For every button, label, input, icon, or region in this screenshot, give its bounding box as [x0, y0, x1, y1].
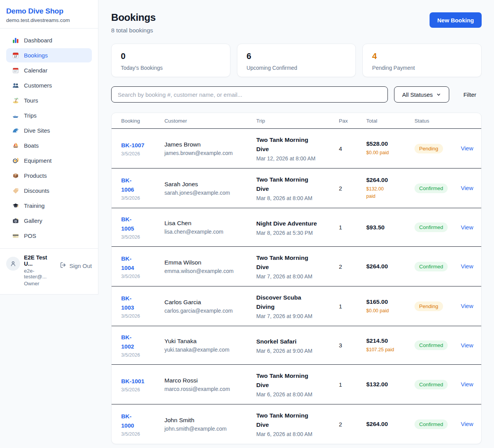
- sidebar-item-tours[interactable]: Tours: [6, 93, 92, 108]
- customer-email: carlos.garcia@example.com: [164, 308, 244, 314]
- table-row: BK- 10003/5/2026John Smithjohn.smith@exa…: [112, 404, 481, 444]
- user-panel: E2E Test U... e2e-tester@... Owner Sign …: [0, 249, 98, 294]
- customer-email: john.smith@example.com: [164, 426, 244, 432]
- customer-name: Carlos Garcia: [164, 299, 244, 306]
- sidebar-item-trips[interactable]: Trips: [6, 108, 92, 123]
- svg-text:17: 17: [14, 55, 17, 58]
- booking-id-link[interactable]: BK- 1002: [121, 333, 134, 351]
- sidebar-item-discounts[interactable]: Discounts: [6, 184, 92, 198]
- booking-date: 3/5/2026: [121, 234, 152, 240]
- total-amount: $93.50: [366, 224, 402, 231]
- sidebar-item-gallery[interactable]: Gallery: [6, 214, 92, 228]
- chevron-down-icon: [436, 91, 441, 98]
- column-header-trip: Trip: [247, 113, 330, 128]
- actions-cell: View: [452, 335, 481, 355]
- view-link[interactable]: View: [461, 185, 473, 191]
- paid-amount: $107.25 paid: [366, 346, 402, 353]
- sidebar-item-boats[interactable]: Boats: [6, 138, 92, 153]
- total-cell: $93.50: [357, 217, 405, 237]
- customer-email: james.brown@example.com: [164, 150, 244, 156]
- booking-id-link[interactable]: BK-1007: [121, 141, 144, 150]
- user-meta: E2E Test U... e2e-tester@... Owner: [24, 254, 56, 286]
- customer-name: Yuki Tanaka: [164, 338, 244, 345]
- trip-cell: Two Tank Morning DiveMar 8, 2026 at 8:00…: [247, 168, 330, 208]
- user-email: e2e-tester@...: [24, 268, 56, 280]
- new-booking-button[interactable]: New Booking: [430, 12, 482, 28]
- booking-id-link[interactable]: BK- 1000: [121, 412, 134, 430]
- status-filter-select[interactable]: All Statuses: [394, 86, 449, 103]
- total-amount: $264.00: [366, 421, 402, 428]
- total-amount: $264.00: [366, 177, 402, 184]
- customer-cell: John Smithjohn.smith@example.com: [155, 410, 247, 438]
- booking-id-link[interactable]: BK- 1005: [121, 215, 134, 233]
- actions-cell: View: [452, 256, 481, 276]
- actions-cell: View: [452, 296, 481, 316]
- status-cell: Confirmed: [405, 216, 452, 239]
- view-link[interactable]: View: [461, 263, 473, 269]
- trip-cell: Snorkel SafariMar 6, 2026 at 9:00 AM: [247, 330, 330, 360]
- trips-icon: [12, 112, 19, 119]
- status-badge: Confirmed: [414, 380, 448, 389]
- total-amount: $264.00: [366, 263, 402, 270]
- sidebar-item-customers[interactable]: Customers: [6, 78, 92, 93]
- actions-cell: View: [452, 414, 481, 434]
- view-link[interactable]: View: [461, 381, 473, 387]
- customer-email: marco.rossi@example.com: [164, 386, 244, 392]
- customer-cell: Emma Wilsonemma.wilson@example.com: [155, 253, 247, 281]
- sidebar-item-label: Bookings: [24, 52, 48, 59]
- trip-datetime: Mar 8, 2026 at 5:30 PM: [256, 230, 327, 236]
- booking-cell: BK- 10043/5/2026: [112, 248, 155, 286]
- stat-label: Today's Bookings: [121, 65, 221, 71]
- sign-out-label: Sign Out: [69, 263, 92, 269]
- view-link[interactable]: View: [461, 145, 473, 152]
- sidebar-item-dive-sites[interactable]: Dive Sites: [6, 123, 92, 138]
- total-cell: $214.50$107.25 paid: [357, 331, 405, 360]
- booking-id-link[interactable]: BK- 1006: [121, 176, 134, 194]
- dashboard-icon: [12, 37, 19, 44]
- trip-name: Two Tank Morning Dive: [256, 135, 327, 154]
- pax-cell: 2: [330, 179, 357, 198]
- sidebar-item-dashboard[interactable]: Dashboard: [6, 33, 92, 47]
- sidebar-item-label: Dive Sites: [24, 127, 50, 134]
- sidebar-item-products[interactable]: Products: [6, 168, 92, 183]
- total-cell: $165.00$0.00 paid: [357, 292, 405, 321]
- products-icon: [12, 172, 19, 179]
- table-row: BK- 10033/5/2026Carlos Garciacarlos.garc…: [112, 286, 481, 326]
- trip-cell: Two Tank Morning DiveMar 7, 2026 at 8:00…: [247, 247, 330, 286]
- search-input[interactable]: [111, 86, 388, 103]
- sidebar-item-label: Dashboard: [24, 37, 52, 44]
- booking-id-link[interactable]: BK- 1004: [121, 254, 134, 273]
- sign-out-icon: [60, 262, 66, 269]
- booking-id-link[interactable]: BK-1001: [121, 377, 144, 386]
- trip-name: Two Tank Morning Dive: [256, 371, 327, 390]
- stat-value: 4: [372, 51, 472, 61]
- status-cell: Pending: [405, 137, 452, 160]
- sign-out-button[interactable]: Sign Out: [60, 262, 92, 269]
- person-icon: [10, 260, 17, 267]
- table-row: BK- 10063/5/2026Sarah Jonessarah.jones@e…: [112, 168, 481, 208]
- view-link[interactable]: View: [461, 342, 473, 349]
- booking-id-link[interactable]: BK- 1003: [121, 294, 134, 312]
- customer-name: Sarah Jones: [164, 181, 244, 188]
- customer-email: sarah.jones@example.com: [164, 190, 244, 196]
- booking-date: 3/5/2026: [121, 431, 152, 437]
- stat-card-pending-payment: 4Pending Payment: [362, 44, 482, 77]
- view-link[interactable]: View: [461, 224, 473, 231]
- sidebar-item-equipment[interactable]: Equipment: [6, 153, 92, 168]
- stat-value: 6: [247, 51, 347, 61]
- customer-cell: Yuki Tanakayuki.tanaka@example.com: [155, 331, 247, 359]
- sidebar-item-label: POS: [24, 232, 36, 239]
- sidebar-item-label: Tours: [24, 97, 38, 104]
- status-badge: Confirmed: [414, 262, 448, 271]
- main-content: Bookings 8 total bookings New Booking 0T…: [98, 0, 494, 448]
- sidebar-item-calendar[interactable]: Calendar: [6, 63, 92, 77]
- sidebar-item-pos[interactable]: POS: [6, 229, 92, 243]
- sidebar-item-training[interactable]: Training: [6, 199, 92, 213]
- sidebar-item-bookings[interactable]: 17Bookings: [6, 48, 92, 62]
- page-title: Bookings: [111, 12, 156, 24]
- view-link[interactable]: View: [461, 421, 473, 427]
- brand-name[interactable]: Demo Dive Shop: [6, 7, 92, 15]
- view-link[interactable]: View: [461, 303, 473, 309]
- filter-button[interactable]: Filter: [461, 91, 479, 98]
- boats-icon: [12, 142, 19, 149]
